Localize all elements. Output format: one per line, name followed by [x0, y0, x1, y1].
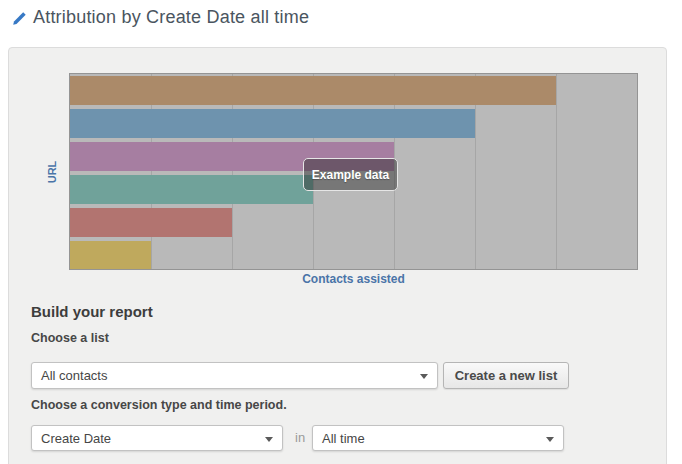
edit-pencil-icon[interactable] — [11, 11, 27, 27]
chart-tooltip: Example data — [303, 158, 398, 191]
list-select-value: All contacts — [41, 368, 107, 383]
conversion-type-select[interactable]: Create Date — [31, 425, 283, 451]
plot-area: Example data — [69, 73, 638, 270]
chart-tooltip-label: Example data — [312, 168, 389, 182]
conversion-label: Choose a conversion type and time period… — [31, 398, 287, 412]
chevron-down-icon — [265, 437, 273, 442]
report-panel: URL Example data Contacts assisted Build… — [8, 47, 667, 464]
chart-bar[interactable] — [70, 241, 151, 270]
time-period-value: All time — [322, 431, 365, 446]
create-list-button[interactable]: Create a new list — [443, 362, 569, 389]
chart-bar[interactable] — [70, 175, 313, 204]
time-period-select[interactable]: All time — [312, 425, 564, 451]
choose-list-label: Choose a list — [31, 331, 109, 345]
page-title: Attribution by Create Date all time — [33, 7, 309, 28]
page-header: Attribution by Create Date all time — [0, 0, 682, 40]
chevron-down-icon — [546, 437, 554, 442]
conversion-type-value: Create Date — [41, 431, 111, 446]
builder-heading: Build your report — [31, 303, 153, 320]
gridline — [556, 74, 557, 269]
chevron-down-icon — [420, 374, 428, 379]
list-select[interactable]: All contacts — [31, 362, 438, 389]
chart-y-axis-label: URL — [39, 73, 65, 270]
chart-x-axis-label: Contacts assisted — [69, 272, 638, 286]
chart-bar[interactable] — [70, 109, 475, 138]
chart-bar[interactable] — [70, 76, 556, 105]
in-label: in — [295, 430, 305, 445]
chart-bar[interactable] — [70, 208, 232, 237]
